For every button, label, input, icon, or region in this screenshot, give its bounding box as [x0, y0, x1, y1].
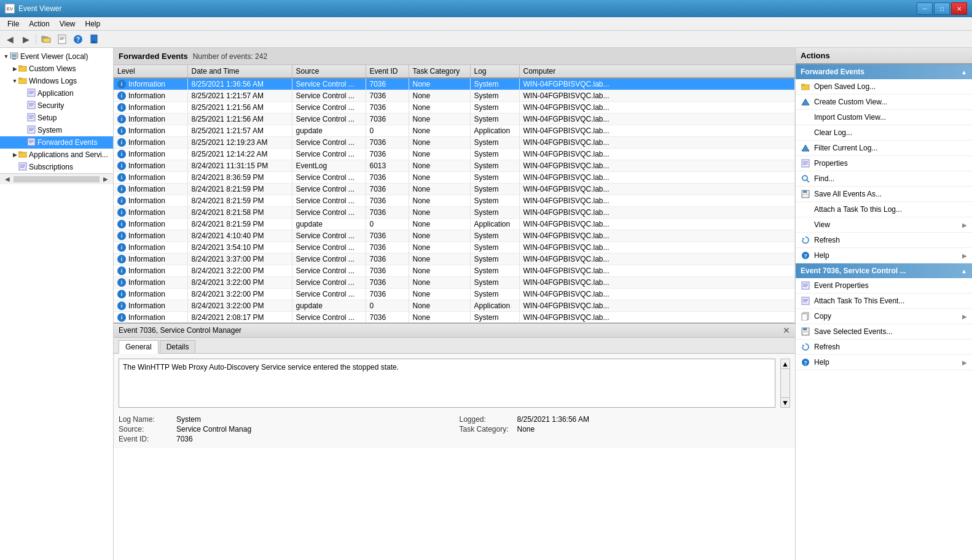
table-row[interactable]: iInformation8/25/2021 12:14:22 AMService…	[114, 149, 795, 160]
tree-expand-custom-views[interactable]: ▶	[11, 65, 18, 72]
table-row[interactable]: iInformation8/25/2021 1:21:56 AMService …	[114, 114, 795, 125]
properties-button[interactable]	[55, 33, 69, 46]
col-header-source[interactable]: Source	[292, 65, 366, 78]
table-row[interactable]: iInformation8/24/2021 11:31:15 PMEventLo…	[114, 160, 795, 172]
table-cell-2: Service Control ...	[292, 254, 366, 265]
table-row[interactable]: iInformation8/24/2021 3:22:00 PMgupdate0…	[114, 300, 795, 312]
sidebar-item-application[interactable]: Application	[0, 87, 113, 99]
svg-text:?: ?	[804, 253, 807, 259]
minimize-button[interactable]: ─	[917, 2, 933, 15]
table-row[interactable]: iInformation8/24/2021 8:21:59 PMService …	[114, 184, 795, 195]
action-item-save-selected-events[interactable]: Save Selected Events...	[796, 324, 972, 340]
action-item-open-saved-log[interactable]: Open Saved Log...	[796, 79, 972, 95]
table-cell-0: iInformation	[114, 289, 187, 300]
sidebar-item-security[interactable]: Security	[0, 99, 113, 112]
col-header-date-and-time[interactable]: Date and Time	[187, 65, 292, 78]
detail-scrollbar[interactable]: ▲ ▼	[780, 359, 790, 408]
table-row[interactable]: iInformation8/24/2021 2:08:17 PMService …	[114, 312, 795, 324]
tab-details[interactable]: Details	[160, 340, 196, 353]
scroll-left-button[interactable]: ◀	[2, 176, 12, 182]
event-list-title: Forwarded Events	[119, 52, 188, 61]
table-row[interactable]: iInformation8/24/2021 4:10:40 PMService …	[114, 230, 795, 242]
action-label-refresh: Refresh	[814, 236, 967, 244]
table-row[interactable]: iInformation8/25/2021 1:21:57 AMgupdate0…	[114, 125, 795, 137]
field-log-name: Log Name: System	[119, 415, 450, 424]
action-item-save-all-events[interactable]: Save All Events As...	[796, 187, 972, 202]
col-header-log[interactable]: Log	[470, 65, 519, 78]
col-header-task-category[interactable]: Task Category	[409, 65, 470, 78]
actions-section-title-forwarded_events[interactable]: Forwarded Events▲	[796, 64, 972, 79]
svg-rect-71	[803, 328, 807, 330]
action-item-help-fwd[interactable]: ?Help▶	[796, 248, 972, 263]
action-item-properties[interactable]: Properties	[796, 156, 972, 171]
close-button[interactable]: ✕	[951, 2, 967, 15]
action-item-find[interactable]: Find...	[796, 171, 972, 187]
sidebar-item-system[interactable]: System	[0, 124, 113, 136]
action-item-help-event[interactable]: ?Help▶	[796, 355, 972, 370]
col-header-event-id[interactable]: Event ID	[366, 65, 409, 78]
col-header-level[interactable]: Level	[114, 65, 187, 78]
table-row[interactable]: iInformation8/24/2021 3:22:00 PMService …	[114, 265, 795, 277]
action-item-copy[interactable]: Copy▶	[796, 309, 972, 324]
table-row[interactable]: iInformation8/25/2021 1:21:56 AMService …	[114, 102, 795, 114]
table-cell-3: 7036	[366, 114, 409, 125]
bookmark-button[interactable]	[87, 33, 101, 46]
tree-expand-event-viewer-local[interactable]: ▼	[2, 53, 10, 60]
action-item-refresh-event[interactable]: Refresh	[796, 340, 972, 355]
sidebar-item-applications-services[interactable]: ▶Applications and Servi...	[0, 149, 113, 161]
action-item-attach-task-log[interactable]: Attach a Task To this Log...	[796, 202, 972, 217]
table-row[interactable]: iInformation8/24/2021 8:21:59 PMService …	[114, 195, 795, 207]
table-row[interactable]: iInformation8/24/2021 3:22:00 PMService …	[114, 277, 795, 289]
table-row[interactable]: iInformation8/24/2021 3:22:00 PMService …	[114, 289, 795, 300]
maximize-button[interactable]: □	[934, 2, 950, 15]
menu-action[interactable]: Action	[24, 18, 54, 29]
table-cell-4: None	[409, 207, 470, 219]
help-toolbar-button[interactable]: ?	[71, 33, 85, 46]
table-cell-0: iInformation	[114, 207, 187, 219]
open-log-button[interactable]	[39, 33, 53, 46]
action-item-attach-task-event[interactable]: Attach Task To This Event...	[796, 294, 972, 309]
actions-section-title-event_7036,_service_control_[interactable]: Event 7036, Service Control ...▲	[796, 263, 972, 278]
tab-general[interactable]: General	[119, 340, 159, 354]
tree-icon-event-viewer-local	[10, 52, 18, 62]
table-cell-3: 7036	[366, 102, 409, 114]
table-row[interactable]: iInformation8/24/2021 3:37:00 PMService …	[114, 254, 795, 265]
back-button[interactable]: ◀	[2, 33, 17, 46]
sidebar-item-forwarded-events[interactable]: Forwarded Events	[0, 136, 113, 149]
action-item-filter-current-log[interactable]: Filter Current Log...	[796, 141, 972, 156]
sidebar-item-setup[interactable]: Setup	[0, 112, 113, 124]
menu-file[interactable]: File	[2, 18, 24, 29]
table-row[interactable]: iInformation8/25/2021 1:36:56 AMService …	[114, 78, 795, 90]
table-cell-6: WIN-04FGPBISVQC.lab...	[519, 219, 795, 230]
table-row[interactable]: iInformation8/24/2021 8:36:59 PMService …	[114, 172, 795, 184]
field-logged: Logged: 8/25/2021 1:36:56 AM	[460, 415, 791, 424]
action-item-import-custom-view[interactable]: Import Custom View...	[796, 110, 972, 125]
table-row[interactable]: iInformation8/25/2021 1:21:57 AMService …	[114, 90, 795, 102]
tree-expand-applications-services[interactable]: ▶	[11, 151, 18, 158]
action-item-refresh[interactable]: Refresh	[796, 233, 972, 248]
detail-close-button[interactable]: ✕	[783, 326, 790, 335]
event-table-container[interactable]: LevelDate and TimeSourceEvent IDTask Cat…	[114, 65, 795, 323]
detail-text-area[interactable]: The WinHTTP Web Proxy Auto-Discovery Ser…	[119, 359, 775, 408]
sidebar-item-subscriptions[interactable]: Subscriptions	[0, 161, 113, 173]
action-item-create-custom-view[interactable]: Create Custom View...	[796, 95, 972, 110]
action-item-clear-log[interactable]: Clear Log...	[796, 125, 972, 141]
table-cell-5: System	[470, 312, 519, 324]
menu-help[interactable]: Help	[80, 18, 106, 29]
sidebar-item-event-viewer-local[interactable]: ▼Event Viewer (Local)	[0, 50, 113, 63]
table-body: iInformation8/25/2021 1:36:56 AMService …	[114, 78, 795, 323]
sidebar-item-windows-logs[interactable]: ▼Windows Logs	[0, 75, 113, 87]
table-row[interactable]: iInformation8/24/2021 3:54:10 PMService …	[114, 242, 795, 254]
tree-expand-windows-logs[interactable]: ▼	[11, 77, 18, 85]
action-item-view[interactable]: View▶	[796, 217, 972, 233]
scroll-right-button[interactable]: ▶	[101, 176, 111, 182]
sidebar-item-custom-views[interactable]: ▶Custom Views	[0, 63, 113, 75]
table-cell-1: 8/24/2021 8:21:59 PM	[187, 219, 292, 230]
action-item-event-properties[interactable]: Event Properties	[796, 278, 972, 294]
table-row[interactable]: iInformation8/24/2021 8:21:58 PMService …	[114, 207, 795, 219]
table-row[interactable]: iInformation8/24/2021 8:21:59 PMgupdate0…	[114, 219, 795, 230]
table-row[interactable]: iInformation8/25/2021 12:19:23 AMService…	[114, 137, 795, 149]
col-header-computer[interactable]: Computer	[519, 65, 795, 78]
menu-view[interactable]: View	[55, 18, 80, 29]
forward-button[interactable]: ▶	[18, 33, 33, 46]
